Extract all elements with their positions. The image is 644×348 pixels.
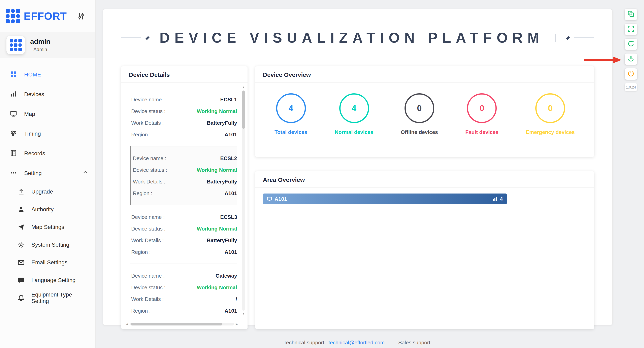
red-arrow-annotation: [583, 56, 622, 65]
bell-icon: [18, 294, 24, 301]
send-icon: [18, 224, 24, 230]
region-label: Region :: [131, 132, 151, 138]
sidebar-item-label: Language Setting: [32, 277, 76, 283]
stat-emergency-devices: 0 Emergency devices: [526, 93, 575, 135]
sidebar-item-label: Upgrade: [32, 188, 53, 195]
sidebar-item-records[interactable]: Records: [0, 143, 96, 163]
device-card[interactable]: Device name :Gateway Device status :Work…: [130, 264, 237, 322]
fullscreen-icon: [628, 25, 634, 33]
sidebar-item-upgrade[interactable]: Upgrade: [0, 183, 96, 200]
device-status-label: Device status :: [131, 108, 166, 114]
sidebar-collapse-icon[interactable]: [77, 12, 85, 22]
work-details-value: BatteryFully: [207, 179, 237, 185]
sidebar-item-label: Authority: [32, 206, 54, 212]
device-status-value: Working Normal: [197, 167, 237, 173]
device-card[interactable]: Device name :ECSL3 Device status :Workin…: [130, 205, 237, 264]
horizontal-scrollbar[interactable]: ◀ ▶: [126, 322, 238, 326]
refresh-button[interactable]: [625, 39, 637, 50]
user-role: Admin: [30, 47, 50, 52]
device-name-value: Gateway: [216, 273, 237, 279]
screens-icon: [628, 10, 634, 19]
device-overview-panel: Device Overview 4 Total devices 4 Normal…: [255, 66, 594, 157]
power-button[interactable]: [625, 68, 637, 80]
scroll-down-icon[interactable]: ▼: [242, 312, 245, 316]
device-status-value: Working Normal: [197, 285, 237, 291]
fullscreen-button[interactable]: [625, 24, 637, 35]
sales-support-label: Sales support:: [398, 340, 432, 346]
sidebar-item-equipment-type-setting[interactable]: Equipment Type Setting: [0, 289, 96, 307]
scroll-right-icon[interactable]: ▶: [236, 322, 238, 326]
power-icon: [628, 70, 634, 78]
scrollbar-thumb[interactable]: [242, 90, 245, 129]
region-label: Region :: [131, 249, 151, 255]
envelope-icon: [18, 259, 24, 266]
device-name-label: Device name :: [131, 96, 164, 103]
main-area: DEVICE VISUALIZATION PLATFORM Device Det…: [96, 0, 644, 348]
page-title: DEVICE VISUALIZATION PLATFORM: [160, 30, 544, 46]
sidebar-item-label: Timing: [24, 130, 41, 137]
device-name-value: ECSL3: [220, 214, 237, 220]
region-label: Region :: [131, 308, 151, 314]
sidebar: EFFORT admin Admin HOME Devices: [0, 0, 96, 348]
monitor-icon: [10, 110, 17, 117]
refresh-icon: [628, 40, 634, 48]
sidebar-header: EFFORT: [0, 0, 96, 32]
device-card[interactable]: Device name :ECSL1 Device status :Workin…: [130, 88, 237, 146]
sidebar-item-label: Map: [24, 110, 35, 117]
decoration-line: [574, 37, 594, 38]
hand-icon: [628, 55, 634, 63]
device-details-panel: Device Details Device name :ECSL1 Device…: [121, 66, 248, 329]
gear-icon: [18, 241, 24, 248]
area-bar-a101[interactable]: A101 4: [263, 194, 507, 204]
stat-value: 4: [276, 93, 306, 123]
sidebar-item-timing[interactable]: Timing: [0, 123, 96, 143]
work-details-label: Work Details :: [133, 179, 165, 185]
panel-title: Area Overview: [255, 171, 594, 188]
sidebar-item-map[interactable]: Map: [0, 104, 96, 123]
version-badge: 1.0.24: [625, 83, 637, 91]
sidebar-item-map-settings[interactable]: Map Settings: [0, 218, 96, 236]
screens-button[interactable]: [625, 9, 637, 20]
stat-value: 0: [404, 93, 434, 123]
area-name: A101: [274, 196, 287, 202]
setting-submenu: Upgrade Authority Map Settings System Se…: [0, 183, 96, 307]
sliders-icon: [10, 130, 17, 137]
content-row: Device Details Device name :ECSL1 Device…: [121, 66, 594, 329]
work-details-label: Work Details :: [131, 120, 164, 126]
user-box[interactable]: admin Admin: [0, 32, 96, 58]
floating-toolbar: 1.0.24: [625, 9, 637, 91]
region-value: A101: [224, 308, 237, 314]
vertical-scrollbar[interactable]: ▲ ▼: [242, 86, 245, 316]
decoration-line: [121, 37, 141, 38]
sidebar-item-setting[interactable]: Setting: [0, 163, 96, 183]
device-status-label: Device status :: [131, 285, 166, 291]
stat-value: 0: [535, 93, 565, 123]
sidebar-item-home[interactable]: HOME: [0, 64, 96, 84]
stat-normal-devices: 4 Normal devices: [335, 93, 373, 135]
scrollbar-thumb[interactable]: [131, 323, 222, 326]
area-overview-panel: Area Overview A101 4: [255, 171, 594, 329]
work-details-value: /: [236, 296, 237, 302]
device-name-label: Device name :: [131, 214, 164, 220]
sidebar-item-devices[interactable]: Devices: [0, 84, 96, 104]
device-status-value: Working Normal: [197, 108, 237, 114]
decoration-diamond: [145, 36, 149, 40]
sidebar-item-language-setting[interactable]: Language Setting: [0, 271, 96, 289]
device-name-value: ECSL2: [220, 155, 237, 161]
right-column: Device Overview 4 Total devices 4 Normal…: [255, 66, 594, 329]
technical-support-label: Technical support:: [284, 340, 326, 346]
avatar: [6, 36, 25, 54]
sidebar-item-system-setting[interactable]: System Setting: [0, 236, 96, 254]
scroll-up-icon[interactable]: ▲: [242, 86, 245, 89]
device-status-label: Device status :: [133, 167, 167, 173]
sidebar-item-label: Map Settings: [32, 224, 64, 230]
sidebar-item-authority[interactable]: Authority: [0, 200, 96, 218]
platform-header: DEVICE VISUALIZATION PLATFORM: [121, 9, 594, 66]
technical-support-link[interactable]: technical@effortled.com: [328, 340, 384, 346]
hand-button[interactable]: [625, 53, 637, 65]
sidebar-item-email-settings[interactable]: Email Settings: [0, 254, 96, 271]
scroll-left-icon[interactable]: ◀: [126, 322, 128, 326]
panel-title: Device Details: [121, 66, 248, 83]
device-status-value: Working Normal: [197, 226, 237, 232]
device-card-selected[interactable]: Device name :ECSL2 Device status :Workin…: [130, 146, 237, 205]
